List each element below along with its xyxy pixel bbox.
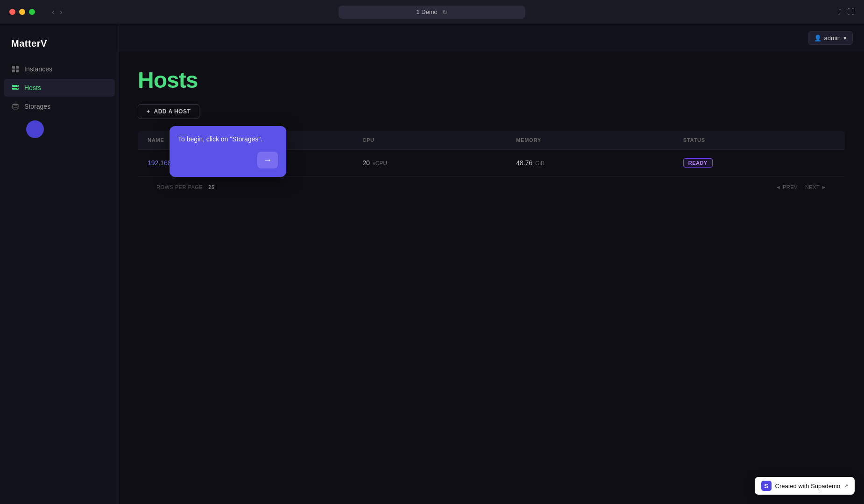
svg-point-7 xyxy=(17,88,18,89)
svg-rect-3 xyxy=(16,70,19,72)
supademo-s-icon: S xyxy=(761,481,772,491)
col-cpu: CPU xyxy=(353,131,507,150)
cell-memory: 48.76 GiB xyxy=(507,150,674,176)
table-footer: ROWS PER PAGE 25 ◄ PREV NEXT ► xyxy=(138,176,845,197)
url-text: 1 Demo xyxy=(416,8,438,15)
status-badge: READY xyxy=(683,158,713,168)
col-memory: MEMORY xyxy=(507,131,674,150)
cpu-value: 20 xyxy=(362,159,370,167)
app-container: MatterV Instances xyxy=(0,24,864,504)
cell-status: READY xyxy=(674,150,845,176)
titlebar: ‹ › 1 Demo ↻ ⤴ ⛶ xyxy=(0,0,864,24)
svg-point-6 xyxy=(17,85,18,86)
svg-rect-0 xyxy=(12,66,15,69)
header-bar: 👤 admin ▾ xyxy=(119,24,864,52)
rows-per-page-label: ROWS PER PAGE xyxy=(156,184,203,190)
memory-unit: GiB xyxy=(535,160,545,167)
minimize-button[interactable] xyxy=(19,9,25,15)
instances-icon xyxy=(11,65,20,73)
tooltip-next-button[interactable]: → xyxy=(257,152,278,168)
share-icon[interactable]: ⤴ xyxy=(838,8,842,16)
admin-icon: 👤 xyxy=(814,35,822,42)
content-area: To begin, click on "Storages". → Hosts +… xyxy=(119,52,864,504)
add-host-button[interactable]: + ADD A HOST xyxy=(138,104,199,119)
cell-cpu: 20 vCPU xyxy=(353,150,507,176)
storages-icon xyxy=(11,102,20,111)
main-content: 👤 admin ▾ To begin, click on "Storages".… xyxy=(119,24,864,504)
tooltip-popover: To begin, click on "Storages". → xyxy=(170,126,286,177)
titlebar-actions: ⤴ ⛶ xyxy=(838,8,855,16)
supademo-arrow-icon: ↗ xyxy=(844,483,848,489)
nav-arrows: ‹ › xyxy=(52,8,63,16)
sidebar-item-hosts[interactable]: Hosts xyxy=(4,79,115,97)
instances-label: Instances xyxy=(24,65,52,73)
highlight-circle xyxy=(26,120,44,138)
add-host-label: ADD A HOST xyxy=(154,108,191,115)
svg-point-8 xyxy=(13,104,18,105)
app-logo: MatterV xyxy=(0,34,119,60)
memory-value: 48.76 xyxy=(516,159,532,167)
hosts-label: Hosts xyxy=(24,84,41,91)
pagination: ◄ PREV NEXT ► xyxy=(776,184,827,190)
address-bar[interactable]: 1 Demo ↻ xyxy=(339,6,525,19)
back-arrow[interactable]: ‹ xyxy=(52,8,54,16)
fullscreen-icon[interactable]: ⛶ xyxy=(847,8,855,16)
supademo-label: Created with Supademo xyxy=(775,483,840,490)
rows-per-page-value: 25 xyxy=(208,184,214,190)
prev-button[interactable]: ◄ PREV xyxy=(776,184,798,190)
sidebar-item-instances[interactable]: Instances xyxy=(4,60,115,78)
sidebar-item-storages[interactable]: Storages xyxy=(4,98,115,115)
col-status: STATUS xyxy=(674,131,845,150)
page-title: Hosts xyxy=(138,67,845,93)
cpu-unit: vCPU xyxy=(373,160,387,167)
storages-label: Storages xyxy=(24,103,50,110)
window-controls xyxy=(9,9,35,15)
supademo-badge[interactable]: S Created with Supademo ↗ xyxy=(755,477,855,495)
add-host-plus-icon: + xyxy=(147,108,150,115)
close-button[interactable] xyxy=(9,9,15,15)
maximize-button[interactable] xyxy=(29,9,35,15)
svg-rect-2 xyxy=(12,70,15,72)
svg-rect-1 xyxy=(16,66,19,69)
admin-chevron: ▾ xyxy=(843,35,847,42)
admin-button[interactable]: 👤 admin ▾ xyxy=(808,31,853,45)
hosts-icon xyxy=(11,84,20,92)
admin-label: admin xyxy=(824,35,841,42)
sidebar: MatterV Instances xyxy=(0,24,119,504)
sidebar-nav: Instances Hosts xyxy=(0,60,119,115)
next-button[interactable]: NEXT ► xyxy=(805,184,827,190)
forward-arrow[interactable]: › xyxy=(60,8,62,16)
reload-button[interactable]: ↻ xyxy=(442,8,448,16)
tooltip-message: To begin, click on "Storages". xyxy=(178,134,278,144)
